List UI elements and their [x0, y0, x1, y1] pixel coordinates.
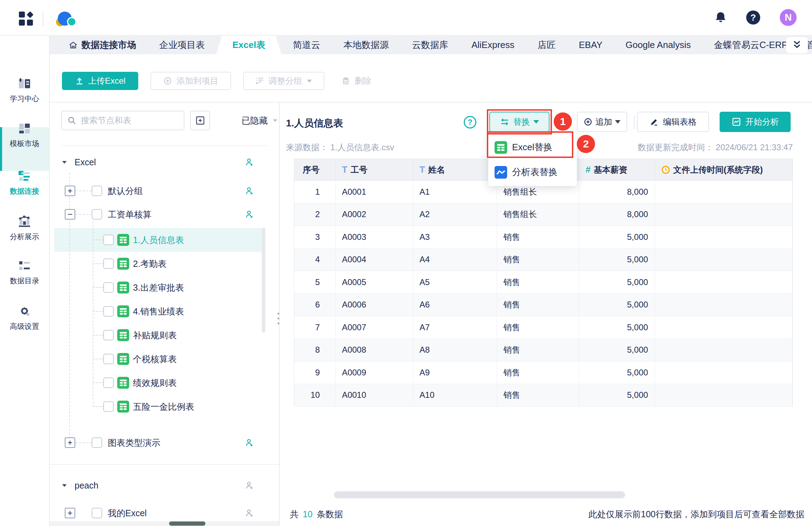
tree-group-payroll[interactable]: − 工资单核算: [50, 202, 279, 226]
column-header-seq[interactable]: 序号: [294, 159, 336, 181]
sidebar-item-template-market[interactable]: 模板市场: [0, 123, 49, 148]
header-divider: [634, 115, 635, 129]
table-row: 4 A0004 A4 销售 5,000: [294, 249, 792, 271]
help-circle-icon[interactable]: ?: [464, 116, 476, 129]
checkbox[interactable]: [103, 282, 114, 293]
adjust-group-button[interactable]: 调整分组: [243, 72, 324, 90]
table-row: 9 A0009 A9 销售 5,000: [294, 361, 792, 384]
tab-google-analysis[interactable]: Google Analysis: [614, 36, 702, 54]
cell-seq: 7: [294, 316, 336, 339]
trash-icon: [341, 76, 350, 85]
expand-plus-icon[interactable]: +: [65, 186, 75, 196]
tab-excel[interactable]: Excel表: [216, 36, 281, 54]
share-user-icon[interactable]: [245, 481, 254, 490]
drag-handle-icon[interactable]: [278, 313, 279, 324]
checkbox[interactable]: [103, 258, 114, 269]
sidebar-item-data-catalog[interactable]: 数据目录: [0, 260, 49, 286]
cell-name: A10: [413, 384, 497, 407]
tree-table-kpi-rules[interactable]: 绩效规则表: [50, 371, 279, 395]
checkbox[interactable]: [103, 378, 114, 388]
replace-button[interactable]: 替换: [489, 112, 550, 132]
cell-salary: 5,000: [579, 384, 655, 407]
table-horizontal-scrollbar[interactable]: [334, 491, 625, 498]
excel-table-icon: [117, 258, 129, 270]
delete-button[interactable]: 删除: [341, 72, 371, 90]
checkbox[interactable]: [92, 186, 102, 196]
sidebar-item-label: 数据目录: [10, 276, 39, 286]
checkbox[interactable]: [92, 437, 102, 448]
tree-table-personnel-info[interactable]: 1.人员信息表: [50, 228, 279, 252]
share-user-icon[interactable]: [245, 158, 254, 167]
cell-emp-id: A0004: [336, 249, 413, 271]
tree-table-business-trip[interactable]: 3.出差审批表: [50, 276, 279, 299]
add-to-project-button[interactable]: 添加到项目: [150, 72, 231, 90]
tree-table-attendance[interactable]: 2.考勤表: [50, 252, 279, 276]
tree-table-tax-calc[interactable]: 个税核算表: [50, 347, 279, 371]
column-header-upload-time[interactable]: 文件上传时间(系统字段): [655, 159, 792, 181]
upload-excel-button[interactable]: 上传Excel: [62, 72, 138, 90]
checkbox[interactable]: [103, 330, 114, 340]
help-icon[interactable]: ?: [746, 11, 760, 25]
tab-ebay[interactable]: EBAY: [567, 36, 614, 54]
user-avatar[interactable]: N: [780, 9, 797, 26]
tab-jiandaoyun[interactable]: 简道云: [281, 36, 332, 54]
checkbox[interactable]: [103, 235, 114, 245]
collapse-minus-icon[interactable]: −: [65, 209, 75, 220]
tree-group-chart-demo[interactable]: + 图表类型演示: [50, 431, 279, 455]
row-count-footer: 共 10 条数据: [290, 506, 343, 522]
sidebar-item-learning-center[interactable]: 学习中心: [0, 78, 49, 104]
append-button[interactable]: 追加: [577, 112, 627, 132]
tab-enterprise-project[interactable]: 企业项目表: [148, 36, 216, 54]
tab-data-connection-market[interactable]: 数据连接市场: [57, 36, 148, 54]
notification-bell-icon[interactable]: [715, 11, 727, 24]
checkbox[interactable]: [92, 209, 102, 220]
more-tabs-button[interactable]: [786, 37, 808, 53]
menu-item-excel-replace[interactable]: Excel替换: [488, 135, 577, 160]
tab-cloud-database[interactable]: 云数据库: [400, 36, 460, 54]
share-user-icon[interactable]: [245, 210, 254, 219]
share-user-icon[interactable]: [245, 438, 254, 448]
data-preview-table: 序号 T工号 T姓名 #基本薪资 文件上传时间(系统字段) 1 A0001 A1: [294, 159, 793, 407]
update-time-row: 数据更新完成时间： 2024/06/21 21:33:47: [638, 142, 793, 153]
tree-vertical-scrollbar[interactable]: [262, 228, 265, 333]
expand-plus-icon[interactable]: +: [65, 508, 75, 518]
cell-emp-id: A0005: [336, 271, 413, 294]
cell-seq: 8: [294, 339, 336, 362]
checkbox[interactable]: [103, 354, 114, 364]
tree-table-subsidy-rules[interactable]: 补贴规则表: [50, 323, 279, 347]
menu-item-analysis-replace[interactable]: 分析表替换: [488, 160, 577, 185]
cell-upload-time: [655, 384, 792, 407]
tab-local-datasource[interactable]: 本地数据源: [332, 36, 400, 54]
column-header-name[interactable]: T姓名: [413, 159, 497, 181]
checkbox[interactable]: [103, 401, 114, 412]
column-label: 基本薪资: [594, 164, 627, 175]
gear-icon: [18, 305, 31, 317]
start-analysis-button[interactable]: 开始分析: [720, 112, 791, 132]
share-user-icon[interactable]: [245, 186, 254, 196]
update-time-label: 数据更新完成时间：: [638, 143, 713, 152]
expand-plus-icon[interactable]: +: [65, 437, 75, 448]
edit-table-button[interactable]: 编辑表格: [637, 112, 709, 132]
sidebar-item-analysis-display[interactable]: 分析展示: [0, 215, 49, 242]
checkbox[interactable]: [103, 306, 114, 317]
checkbox[interactable]: [92, 508, 102, 518]
column-header-salary[interactable]: #基本薪资: [579, 159, 655, 181]
column-header-emp-id[interactable]: T工号: [336, 159, 413, 181]
tree-table-insurance-ratio[interactable]: 五险一金比例表: [50, 395, 279, 418]
share-user-icon[interactable]: [245, 508, 254, 518]
sidebar-item-data-connection[interactable]: 数据连接: [0, 170, 49, 196]
tree-horizontal-scrollbar[interactable]: [50, 521, 279, 526]
tree-group-default[interactable]: + 默认分组: [50, 179, 279, 203]
cloud-logo[interactable]: [52, 10, 76, 27]
tree-node-peach-root[interactable]: peach: [50, 473, 279, 497]
caret-down-icon: [62, 161, 67, 164]
tab-aliexpress[interactable]: AliExpress: [460, 36, 526, 54]
tree-table-sales-performance[interactable]: 4.销售业绩表: [50, 299, 279, 323]
plus-circle-icon: [583, 117, 593, 126]
app-grid-icon[interactable]: [18, 11, 34, 26]
sidebar-item-advanced-settings[interactable]: 高级设置: [0, 305, 49, 331]
tab-dianjiang[interactable]: 店匠: [526, 36, 567, 54]
tree-horizontal-scrollbar-thumb[interactable]: [169, 521, 205, 526]
cell-position: 销售: [497, 271, 579, 294]
tree-node-excel-root[interactable]: Excel: [50, 150, 279, 174]
